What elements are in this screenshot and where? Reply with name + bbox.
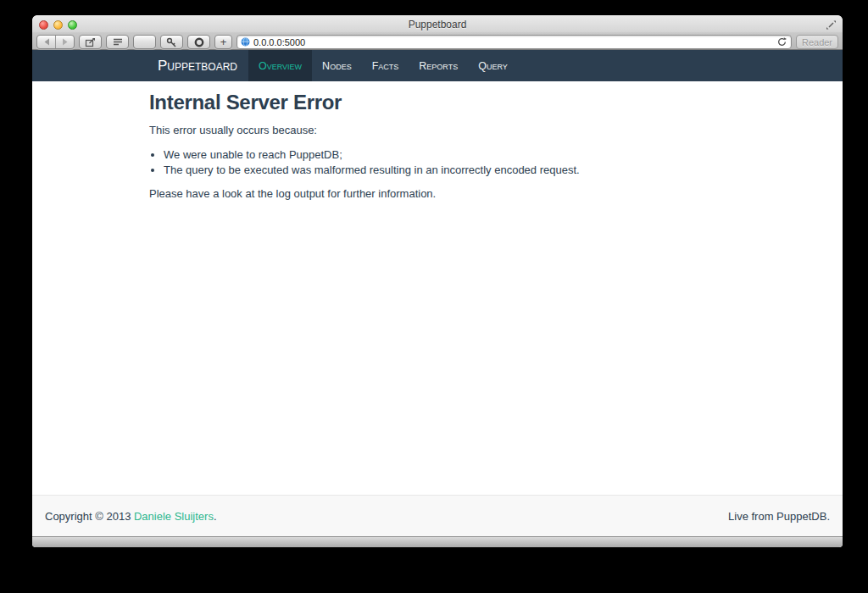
reading-list-button[interactable] <box>106 35 129 49</box>
forward-button[interactable] <box>55 36 74 48</box>
browser-window: Puppetboard <box>32 15 843 547</box>
nav-item-overview[interactable]: Overview <box>248 50 312 81</box>
site-navbar: Puppetboard Overview Nodes Facts Reports… <box>32 50 843 81</box>
live-from-puppetdb-text: Live from PuppetDB. <box>728 510 830 523</box>
browser-chrome: Puppetboard <box>32 15 843 50</box>
share-button[interactable] <box>79 35 102 49</box>
history-nav <box>36 35 75 49</box>
copyright-prefix: Copyright © 2013 <box>45 510 134 523</box>
window-title: Puppetboard <box>32 19 843 30</box>
author-link[interactable]: Daniele Sluijters <box>134 510 214 523</box>
navbar-container: Puppetboard Overview Nodes Facts Reports… <box>149 50 726 81</box>
page-footer: Copyright © 2013 Daniele Sluijters. Live… <box>32 495 843 536</box>
copyright-suffix: . <box>214 510 217 523</box>
refresh-button[interactable] <box>776 36 787 48</box>
web-page: Puppetboard Overview Nodes Facts Reports… <box>32 50 843 536</box>
password-extension-button[interactable] <box>160 35 183 49</box>
forward-icon <box>62 38 69 46</box>
reading-list-icon <box>113 38 123 47</box>
url-field[interactable]: 0.0.0.0:5000 <box>253 37 772 47</box>
nav-item-query[interactable]: Query <box>468 50 518 81</box>
new-tab-button[interactable]: + <box>214 35 232 49</box>
plus-icon: + <box>220 36 227 47</box>
desktop-background: Puppetboard <box>0 0 868 593</box>
fullscreen-icon[interactable] <box>826 19 837 30</box>
window-bottom-frame[interactable] <box>32 536 843 547</box>
ring-icon <box>194 37 204 47</box>
address-bar[interactable]: 0.0.0.0:5000 <box>236 35 792 49</box>
reader-button[interactable]: Reader <box>796 35 838 49</box>
error-intro-text: This error usually occurs because: <box>149 124 726 137</box>
main-content: Internal Server Error This error usually… <box>32 81 843 495</box>
copyright-text: Copyright © 2013 Daniele Sluijters. <box>45 510 217 523</box>
back-icon <box>43 38 50 46</box>
page-title: Internal Server Error <box>149 91 726 114</box>
nav-item-nodes[interactable]: Nodes <box>312 50 362 81</box>
title-bar[interactable]: Puppetboard <box>32 15 843 34</box>
blank-toolbar-button[interactable] <box>133 35 156 49</box>
nav-item-facts[interactable]: Facts <box>362 50 409 81</box>
brand-puppetboard[interactable]: Puppetboard <box>149 50 246 81</box>
back-button[interactable] <box>37 36 55 48</box>
globe-favicon <box>241 37 250 47</box>
key-icon <box>166 37 177 47</box>
refresh-icon <box>777 37 787 47</box>
share-icon <box>85 37 97 47</box>
nav-item-reports[interactable]: Reports <box>409 50 468 81</box>
browser-toolbar: + 0.0.0.0:5000 <box>32 34 843 50</box>
error-reason-item: We were unable to reach PuppetDB; <box>164 148 726 161</box>
error-outro-text: Please have a look at the log output for… <box>149 187 726 201</box>
extension-button[interactable] <box>187 35 210 49</box>
error-reason-item: The query to be executed was malformed r… <box>164 163 726 176</box>
error-reason-list: We were unable to reach PuppetDB; The qu… <box>149 148 726 176</box>
